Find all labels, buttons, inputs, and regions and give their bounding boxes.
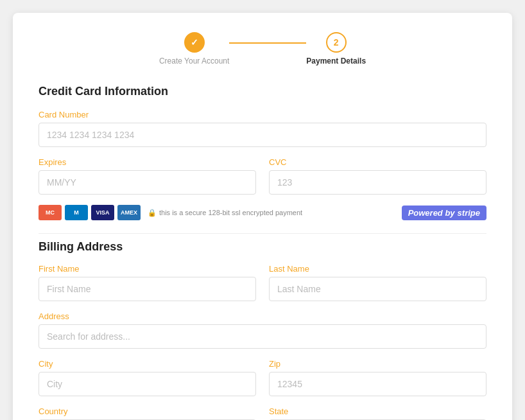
- address-label: Address: [39, 311, 486, 321]
- state-label: State: [269, 407, 486, 416]
- zip-input[interactable]: [269, 372, 486, 396]
- name-row: First Name Last Name: [39, 264, 486, 301]
- expires-col: Expires: [39, 157, 256, 195]
- billing-title: Billing Address: [39, 233, 486, 254]
- last-name-input[interactable]: [269, 277, 486, 301]
- expires-input[interactable]: [39, 170, 256, 195]
- card-number-group: Card Number: [39, 110, 486, 147]
- last-name-label: Last Name: [269, 264, 486, 274]
- step2-number: 2: [334, 37, 339, 48]
- country-state-row: Country Select Country United States Can…: [39, 407, 486, 420]
- amex-icon: AMEX: [117, 205, 141, 220]
- zip-label: Zip: [269, 359, 486, 369]
- state-col: State - AL AK AZ CA FL NY TX: [269, 407, 486, 420]
- card-number-label: Card Number: [39, 110, 486, 119]
- last-name-col: Last Name: [269, 264, 486, 301]
- main-card: ✓ Create Your Account 2 Payment Details …: [13, 13, 512, 420]
- cvc-col: CVC: [269, 157, 486, 195]
- stripe-badge: Powered by stripe: [402, 206, 486, 220]
- zip-col: Zip: [269, 359, 486, 396]
- step2-circle: 2: [326, 32, 347, 53]
- credit-card-title: Credit Card Information: [39, 85, 486, 98]
- first-name-label: First Name: [39, 264, 256, 274]
- address-group: Address: [39, 311, 486, 349]
- step-1: ✓ Create Your Account: [159, 32, 229, 66]
- country-col: Country Select Country United States Can…: [39, 407, 256, 420]
- expires-label: Expires: [39, 157, 256, 167]
- card-number-input[interactable]: [39, 123, 486, 147]
- address-input[interactable]: [39, 324, 486, 349]
- lock-icon: 🔒: [148, 209, 157, 217]
- city-label: City: [39, 359, 256, 369]
- step1-checkmark: ✓: [191, 37, 198, 48]
- step-2: 2 Payment Details: [306, 32, 366, 66]
- first-name-col: First Name: [39, 264, 256, 301]
- city-zip-row: City Zip: [39, 359, 486, 396]
- city-col: City: [39, 359, 256, 396]
- mastercard-icon: MC: [39, 205, 62, 220]
- cvc-label: CVC: [269, 157, 486, 167]
- cvc-input[interactable]: [269, 170, 486, 195]
- stripe-brand-label: stripe: [458, 208, 480, 218]
- card-icons-row: MC M VISA AMEX 🔒 this is a secure 128-bi…: [39, 205, 486, 220]
- expires-cvc-row: Expires CVC: [39, 157, 486, 195]
- stepper: ✓ Create Your Account 2 Payment Details: [39, 32, 486, 66]
- stepper-line: [229, 42, 306, 44]
- secure-text-group: 🔒 this is a secure 128-bit ssl encrypted…: [148, 209, 302, 217]
- first-name-input[interactable]: [39, 277, 256, 301]
- maestro-icon: M: [65, 205, 88, 220]
- country-label: Country: [39, 407, 256, 416]
- step2-label: Payment Details: [306, 57, 366, 66]
- stripe-powered-label: Powered by: [408, 208, 455, 218]
- city-input[interactable]: [39, 372, 256, 396]
- secure-text-label: this is a secure 128-bit ssl encrypted p…: [159, 209, 302, 216]
- step1-circle: ✓: [184, 32, 205, 53]
- step1-label: Create Your Account: [159, 57, 229, 66]
- visa-icon: VISA: [91, 205, 114, 220]
